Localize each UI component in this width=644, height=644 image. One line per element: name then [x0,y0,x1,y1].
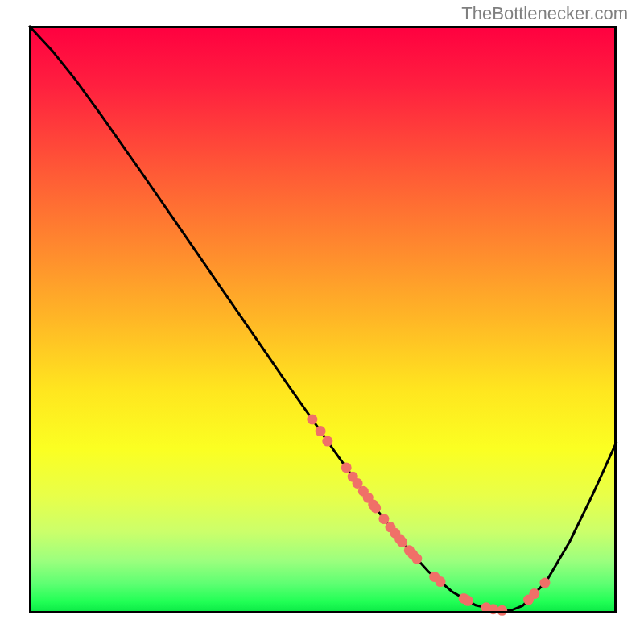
data-point [316,426,326,436]
data-point [378,514,389,524]
data-point [463,596,473,606]
data-point [411,554,422,564]
scatter-points [307,414,550,615]
chart-container: TheBottlenecker.com [0,0,644,644]
data-point [397,537,407,547]
data-point [322,436,332,447]
chart-svg [29,26,617,613]
watermark-text: TheBottlenecker.com [461,3,628,24]
data-point [529,588,539,599]
data-point [497,605,507,616]
data-point [436,576,446,587]
data-point [307,414,317,424]
data-point [488,604,498,614]
data-point [341,462,352,473]
data-point [539,578,550,588]
data-point [370,502,381,513]
curve-line [29,26,617,610]
